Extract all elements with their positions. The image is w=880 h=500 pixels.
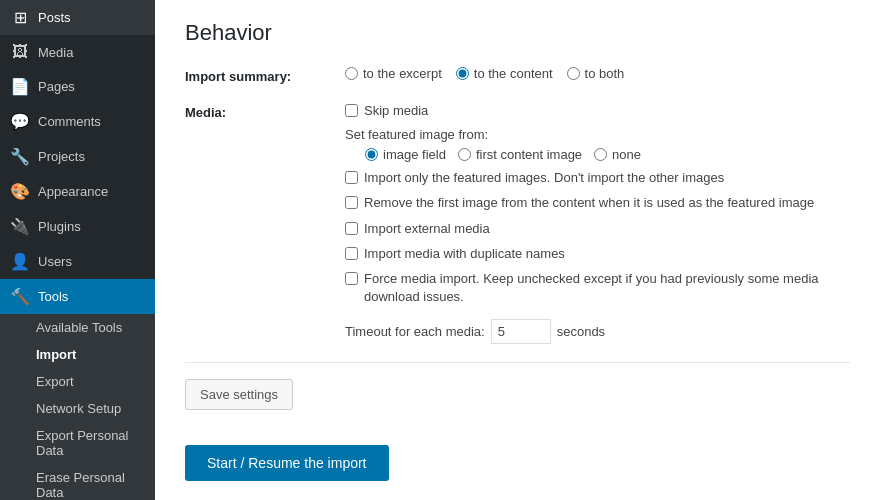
only-featured-label: Import only the featured images. Don't i… [364,169,724,187]
sidebar-item-pages[interactable]: 📄 Pages [0,69,155,104]
tools-submenu: Available Tools Import Export Network Se… [0,314,155,500]
appearance-icon: 🎨 [10,182,30,201]
section-divider [185,362,850,363]
radio-none[interactable]: none [594,147,641,162]
checkbox-force-media-input[interactable] [345,272,358,285]
sidebar-item-tools[interactable]: 🔨 Tools [0,279,155,314]
import-summary-label: Import summary: [185,66,345,84]
submenu-export[interactable]: Export [0,368,155,395]
submenu-available-tools[interactable]: Available Tools [0,314,155,341]
save-settings-button[interactable]: Save settings [185,379,293,410]
featured-radio-group: image field first content image none [345,147,850,162]
sidebar-item-label: Posts [38,10,71,25]
sidebar-item-label: Appearance [38,184,108,199]
radio-image-field[interactable]: image field [365,147,446,162]
submenu-export-personal-data[interactable]: Export Personal Data [0,422,155,464]
checkbox-force-media[interactable]: Force media import. Keep unchecked excep… [345,270,850,306]
media-controls: Skip media Set featured image from: imag… [345,102,850,344]
radio-none-input[interactable] [594,148,607,161]
checkbox-duplicate-names-input[interactable] [345,247,358,260]
timeout-unit: seconds [557,324,605,339]
submenu-network-setup[interactable]: Network Setup [0,395,155,422]
sidebar-item-label: Projects [38,149,85,164]
sidebar-item-label: Pages [38,79,75,94]
sidebar-item-users[interactable]: 👤 Users [0,244,155,279]
radio-image-field-label: image field [383,147,446,162]
users-icon: 👤 [10,252,30,271]
radio-both[interactable]: to both [567,66,625,81]
checkbox-skip-media[interactable]: Skip media [345,102,850,120]
radio-excerpt-label: to the excerpt [363,66,442,81]
pages-icon: 📄 [10,77,30,96]
checkbox-remove-first[interactable]: Remove the first image from the content … [345,194,850,212]
submenu-erase-personal-data[interactable]: Erase Personal Data [0,464,155,500]
sidebar-item-label: Media [38,45,73,60]
radio-content[interactable]: to the content [456,66,553,81]
tools-icon: 🔨 [10,287,30,306]
checkbox-only-featured[interactable]: Import only the featured images. Don't i… [345,169,850,187]
sidebar-item-label: Plugins [38,219,81,234]
sidebar-item-projects[interactable]: 🔧 Projects [0,139,155,174]
external-media-label: Import external media [364,220,490,238]
force-media-label: Force media import. Keep unchecked excep… [364,270,850,306]
radio-content-input[interactable] [456,67,469,80]
plugins-icon: 🔌 [10,217,30,236]
sidebar-item-comments[interactable]: 💬 Comments [0,104,155,139]
set-featured-section: Set featured image from: image field fir… [345,127,850,162]
sidebar-item-plugins[interactable]: 🔌 Plugins [0,209,155,244]
radio-content-label: to the content [474,66,553,81]
sidebar-item-label: Tools [38,289,68,304]
checkbox-external-media[interactable]: Import external media [345,220,850,238]
radio-none-label: none [612,147,641,162]
timeout-input[interactable] [491,319,551,344]
checkbox-duplicate-names[interactable]: Import media with duplicate names [345,245,850,263]
start-resume-button[interactable]: Start / Resume the import [185,445,389,481]
remove-first-label: Remove the first image from the content … [364,194,814,212]
main-content: Behavior Import summary: to the excerpt … [155,0,880,500]
checkbox-only-featured-input[interactable] [345,171,358,184]
timeout-label: Timeout for each media: [345,324,485,339]
set-featured-label: Set featured image from: [345,127,850,142]
media-checkbox-group: Skip media Set featured image from: imag… [345,102,850,344]
posts-icon: ⊞ [10,8,30,27]
import-summary-radio-group: to the excerpt to the content to both [345,66,850,81]
sidebar: ⊞ Posts 🖼 Media 📄 Pages 💬 Comments 🔧 Pro… [0,0,155,500]
timeout-row: Timeout for each media: seconds [345,319,850,344]
checkbox-external-media-input[interactable] [345,222,358,235]
radio-first-content-image-label: first content image [476,147,582,162]
radio-both-label: to both [585,66,625,81]
media-row: Media: Skip media Set featured image fro… [185,102,850,344]
radio-image-field-input[interactable] [365,148,378,161]
sidebar-item-label: Comments [38,114,101,129]
media-icon: 🖼 [10,43,30,61]
skip-media-label: Skip media [364,102,428,120]
radio-both-input[interactable] [567,67,580,80]
media-label: Media: [185,102,345,120]
radio-first-content-image[interactable]: first content image [458,147,582,162]
radio-excerpt[interactable]: to the excerpt [345,66,442,81]
submenu-import[interactable]: Import [0,341,155,368]
radio-excerpt-input[interactable] [345,67,358,80]
radio-first-content-image-input[interactable] [458,148,471,161]
page-title: Behavior [185,20,850,46]
projects-icon: 🔧 [10,147,30,166]
checkbox-remove-first-input[interactable] [345,196,358,209]
import-summary-row: Import summary: to the excerpt to the co… [185,66,850,84]
checkbox-skip-media-input[interactable] [345,104,358,117]
sidebar-item-posts[interactable]: ⊞ Posts [0,0,155,35]
comments-icon: 💬 [10,112,30,131]
sidebar-item-media[interactable]: 🖼 Media [0,35,155,69]
sidebar-item-label: Users [38,254,72,269]
duplicate-names-label: Import media with duplicate names [364,245,565,263]
sidebar-item-appearance[interactable]: 🎨 Appearance [0,174,155,209]
import-summary-controls: to the excerpt to the content to both [345,66,850,81]
